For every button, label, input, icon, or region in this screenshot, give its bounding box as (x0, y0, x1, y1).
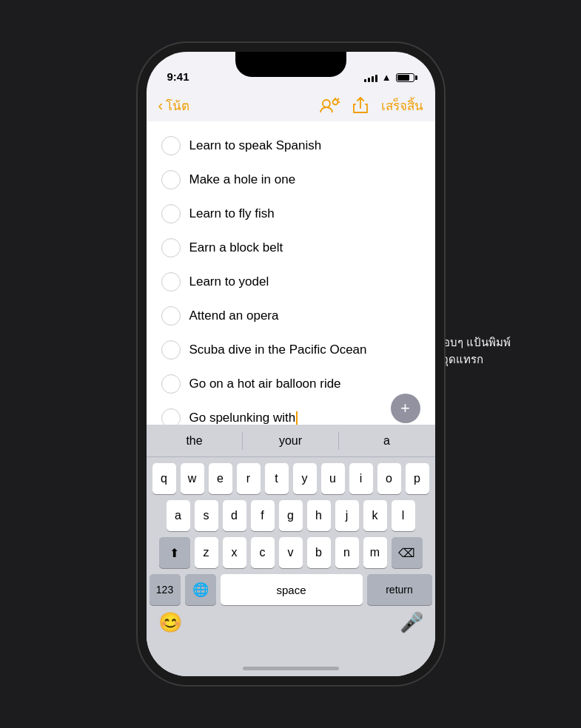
checkbox[interactable] (161, 272, 181, 291)
checkbox[interactable] (161, 170, 181, 189)
status-time: 9:41 (167, 70, 189, 84)
list-item: Earn a block belt (147, 231, 435, 265)
checkbox[interactable] (161, 306, 181, 326)
numbers-key[interactable]: 123 (150, 574, 181, 605)
list-item: Go on a hot air balloon ride (147, 367, 435, 401)
back-button[interactable]: ‹ โน้ต (158, 95, 190, 115)
item-text: Scuba dive in the Pacific Ocean (189, 342, 367, 358)
emoji-key[interactable]: 😊 (158, 611, 182, 634)
predictive-bar: the your a (147, 425, 435, 457)
shift-key[interactable]: ⬆ (159, 537, 190, 568)
notes-content: Learn to speak SpanishMake a hole in one… (147, 121, 435, 425)
key-j[interactable]: j (335, 500, 359, 531)
key-n[interactable]: n (335, 537, 359, 568)
nav-actions: เสร็จสิ้น (319, 95, 423, 115)
key-p[interactable]: p (406, 463, 429, 494)
notch (235, 52, 346, 77)
checkbox[interactable] (161, 374, 181, 394)
item-text: Learn to fly fish (189, 206, 275, 222)
keyboard-row-1: qwertyuiop (150, 463, 432, 494)
status-icons: ▲ (364, 72, 414, 84)
wifi-icon: ▲ (382, 72, 392, 83)
key-o[interactable]: o (377, 463, 401, 494)
shift-icon: ⬆ (169, 546, 179, 560)
home-indicator (243, 667, 339, 670)
key-x[interactable]: x (223, 537, 246, 568)
keyboard-rows: qwertyuiop asdfghjkl ⬆ zxcvbnm⌫ 123 🌐 (147, 457, 435, 608)
item-text: Earn a block belt (189, 240, 283, 256)
item-text: Learn to speak Spanish (189, 138, 322, 154)
list-item: Scuba dive in the Pacific Ocean (147, 333, 435, 367)
key-i[interactable]: i (349, 463, 373, 494)
globe-key[interactable]: 🌐 (185, 574, 216, 605)
back-chevron-icon: ‹ (158, 98, 164, 112)
key-t[interactable]: t (265, 463, 289, 494)
return-key[interactable]: return (367, 574, 432, 605)
key-r[interactable]: r (237, 463, 261, 494)
signal-icon (364, 73, 377, 82)
checkbox[interactable] (161, 340, 181, 360)
predictive-item-the[interactable]: the (147, 425, 243, 456)
item-text: Go spelunking with (189, 410, 298, 425)
predictive-item-your[interactable]: your (243, 425, 339, 456)
key-c[interactable]: c (251, 537, 275, 568)
back-label: โน้ต (166, 95, 189, 115)
space-key[interactable]: space (221, 574, 363, 605)
collaborate-icon[interactable] (319, 97, 340, 113)
key-h[interactable]: h (307, 500, 331, 531)
key-m[interactable]: m (363, 537, 387, 568)
list-item: Make a hole in one (147, 163, 435, 197)
key-k[interactable]: k (363, 500, 387, 531)
checkbox[interactable] (161, 136, 181, 155)
item-text: Make a hole in one (189, 172, 296, 188)
delete-key[interactable]: ⌫ (392, 537, 423, 568)
keyboard-area: the your a qwertyuiop asdfghjkl ⬆ (147, 425, 435, 676)
key-s[interactable]: s (195, 500, 218, 531)
key-z[interactable]: z (195, 537, 218, 568)
done-button[interactable]: เสร็จสิ้น (381, 95, 423, 115)
checkbox[interactable] (161, 408, 181, 425)
battery-icon (396, 73, 414, 82)
key-v[interactable]: v (279, 537, 303, 568)
keyboard-row-3: ⬆ zxcvbnm⌫ (150, 537, 432, 568)
key-y[interactable]: y (293, 463, 317, 494)
keyboard-row-4: 123 🌐 space return (150, 574, 432, 605)
key-w[interactable]: w (181, 463, 204, 494)
key-q[interactable]: q (152, 463, 176, 494)
list-item: Learn to fly fish (147, 197, 435, 231)
keyboard-row-2: asdfghjkl (150, 500, 432, 531)
key-u[interactable]: u (321, 463, 345, 494)
share-icon[interactable] (353, 97, 368, 113)
item-text: Learn to yodel (189, 274, 269, 290)
key-e[interactable]: e (209, 463, 232, 494)
key-a[interactable]: a (167, 500, 190, 531)
item-text: Attend an opera (189, 308, 279, 324)
svg-point-1 (332, 100, 337, 105)
key-d[interactable]: d (223, 500, 246, 531)
key-f[interactable]: f (251, 500, 275, 531)
nav-bar: ‹ โน้ต เสร็จสิ้น (147, 89, 435, 121)
svg-line-3 (337, 98, 339, 100)
globe-icon: 🌐 (192, 582, 209, 598)
key-l[interactable]: l (392, 500, 415, 531)
checkbox[interactable] (161, 204, 181, 223)
predictive-item-a[interactable]: a (339, 425, 435, 456)
list-item: Learn to speak Spanish (147, 129, 435, 163)
keyboard-bottom-bar: 😊 🎤 (147, 608, 435, 649)
svg-point-0 (323, 100, 330, 107)
key-b[interactable]: b (307, 537, 331, 568)
phone-frame: 9:41 ▲ ‹ โน้ต (147, 52, 435, 676)
checkbox[interactable] (161, 238, 181, 257)
key-g[interactable]: g (279, 500, 303, 531)
add-item-button[interactable]: + (391, 394, 420, 423)
mic-key[interactable]: 🎤 (400, 611, 423, 634)
list-item: Learn to yodel (147, 265, 435, 299)
plus-icon: + (400, 399, 410, 418)
item-text: Go on a hot air balloon ride (189, 376, 341, 392)
list-item: Attend an opera (147, 299, 435, 333)
